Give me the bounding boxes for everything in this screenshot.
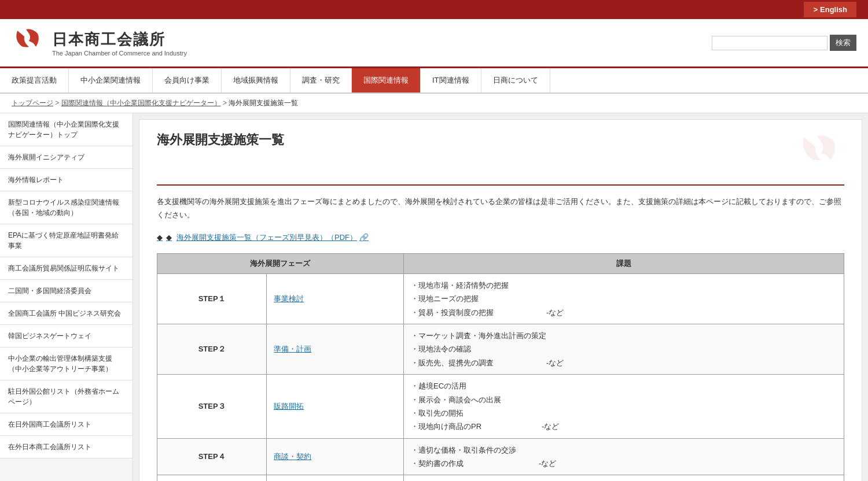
table-row: STEP３販路開拓・越境ECの活用・展示会・商談会への出展・取引先の開拓・現地向… bbox=[157, 375, 844, 439]
title-logo-decoration bbox=[798, 131, 844, 179]
nav-item-research[interactable]: 調査・研究 bbox=[290, 68, 352, 92]
table-header-phase: 海外展開フェーズ bbox=[157, 253, 404, 273]
english-button[interactable]: English bbox=[804, 2, 856, 17]
step-tasks: ・マーケット調査・海外進出計画の策定・現地法令の確認・販売先、提携先の調査 -な… bbox=[403, 324, 844, 374]
step-tasks: ・越境ECの活用・展示会・商談会への出展・取引先の開拓・現地向け商品のPR -な… bbox=[403, 375, 844, 439]
step-link[interactable]: 事業検討 bbox=[267, 273, 404, 324]
page-title-text: 海外展開支援施策一覧 bbox=[157, 131, 284, 149]
nav-item-it[interactable]: IT関連情報 bbox=[421, 68, 481, 92]
table-row: STEP４商談・契約・適切な価格・取引条件の交渉・契約書の作成 -など bbox=[157, 438, 844, 475]
step-link[interactable]: 準備・計画 bbox=[267, 324, 404, 374]
main-layout: 国際関連情報（中小企業国際化支援ナビゲーター）トップ 海外展開イニシアティブ 海… bbox=[0, 113, 868, 481]
step-tasks: ・現地市場・経済情勢の把握・現地ニーズの把握・貿易・投資制度の把握 -など bbox=[403, 273, 844, 324]
step-number: STEP１ bbox=[157, 273, 267, 324]
nav-item-regional[interactable]: 地域振興情報 bbox=[222, 68, 290, 92]
step-number: STEP３ bbox=[157, 375, 267, 439]
table-header-challenges: 課題 bbox=[403, 253, 844, 273]
logo-title: 日本商工会議所 bbox=[52, 29, 187, 50]
step-number: STEP５ bbox=[157, 475, 267, 481]
breadcrumb-current: 海外展開支援施策一覧 bbox=[229, 99, 298, 107]
page-title: 海外展開支援施策一覧 bbox=[157, 131, 844, 186]
step-link[interactable]: 販路開拓 bbox=[267, 375, 404, 439]
intro-paragraph: 各支援機関等の海外展開支援施策を進出フェーズ毎にまとめましたので、海外展開を検討… bbox=[157, 195, 844, 222]
search-button[interactable]: 検索 bbox=[830, 35, 856, 51]
step-tasks: ・貿易実務の習得・EPAの利活用・関税率の確認・知的財産の管理・輸出入可否の確認… bbox=[403, 475, 844, 481]
step-number: STEP４ bbox=[157, 438, 267, 475]
sidebar-item-12[interactable]: 在外日本商工会議所リスト bbox=[0, 436, 133, 458]
sidebar-item-10[interactable]: 駐日外国公館リスト（外務省ホームページ） bbox=[0, 380, 133, 413]
sidebar-item-2[interactable]: 海外情報レポート bbox=[0, 169, 133, 191]
logo-subtitle: The Japan Chamber of Commerce and Indust… bbox=[52, 50, 187, 57]
nav-item-sme[interactable]: 中小企業関連情報 bbox=[69, 68, 153, 92]
table-row: STEP１事業検討・現地市場・経済情勢の把握・現地ニーズの把握・貿易・投資制度の… bbox=[157, 273, 844, 324]
pdf-link[interactable]: ◆海外展開支援施策一覧（フェーズ別早見表）（PDF） 🔗 bbox=[157, 232, 844, 243]
step-tasks: ・適切な価格・取引条件の交渉・契約書の作成 -など bbox=[403, 438, 844, 475]
sidebar-item-1[interactable]: 海外展開イニシアティブ bbox=[0, 146, 133, 169]
content-area: 海外展開支援施策一覧 各支援機関等の海外展開支援施策を進出フェーズ毎にまとめまし… bbox=[139, 119, 862, 481]
breadcrumb-top[interactable]: トップページ bbox=[12, 99, 53, 107]
logo-text-area: 日本商工会議所 The Japan Chamber of Commerce an… bbox=[52, 29, 187, 57]
sidebar-item-4[interactable]: EPAに基づく特定原産地証明書発給事業 bbox=[0, 224, 133, 257]
sidebar-item-6[interactable]: 二国間・多国間経済委員会 bbox=[0, 280, 133, 302]
main-navigation: 政策提言活動 中小企業関連情報 会員向け事業 地域振興情報 調査・研究 国際関連… bbox=[0, 68, 868, 94]
breadcrumb: トップページ > 国際関連情報（中小企業国際化支援ナビゲーター） > 海外展開支… bbox=[0, 94, 868, 113]
sidebar-item-11[interactable]: 在日外国商工会議所リスト bbox=[0, 413, 133, 436]
steps-table: 海外展開フェーズ 課題 STEP１事業検討・現地市場・経済情勢の把握・現地ニーズ… bbox=[157, 253, 844, 481]
sidebar-item-9[interactable]: 中小企業の輸出管理体制構築支援（中小企業等アウトリーチ事業） bbox=[0, 347, 133, 380]
logo-area: 日本商工会議所 The Japan Chamber of Commerce an… bbox=[12, 25, 187, 61]
sidebar-item-0[interactable]: 国際関連情報（中小企業国際化支援ナビゲーター）トップ bbox=[0, 113, 133, 146]
step-link[interactable]: 商談・契約 bbox=[267, 438, 404, 475]
breadcrumb-international[interactable]: 国際関連情報（中小企業国際化支援ナビゲーター） bbox=[61, 99, 221, 107]
sidebar: 国際関連情報（中小企業国際化支援ナビゲーター）トップ 海外展開イニシアティブ 海… bbox=[0, 113, 133, 481]
table-row: STEP２準備・計画・マーケット調査・海外進出計画の策定・現地法令の確認・販売先… bbox=[157, 324, 844, 374]
nav-item-member[interactable]: 会員向け事業 bbox=[153, 68, 222, 92]
sidebar-item-8[interactable]: 韓国ビジネスゲートウェイ bbox=[0, 325, 133, 347]
table-row: STEP５貿易手続・貿易実務の習得・EPAの利活用・関税率の確認・知的財産の管理… bbox=[157, 475, 844, 481]
header: 日本商工会議所 The Japan Chamber of Commerce an… bbox=[0, 19, 868, 68]
sidebar-item-7[interactable]: 全国商工会議所 中国ビジネス研究会 bbox=[0, 302, 133, 325]
nav-item-about[interactable]: 日商について bbox=[481, 68, 550, 92]
sidebar-item-3[interactable]: 新型コロナウイルス感染症関連情報（各国・地域の動向） bbox=[0, 191, 133, 224]
nav-item-international[interactable]: 国際関連情報 bbox=[352, 68, 421, 92]
top-bar: English bbox=[0, 0, 868, 19]
search-input[interactable] bbox=[712, 36, 827, 50]
step-number: STEP２ bbox=[157, 324, 267, 374]
step-link[interactable]: 貿易手続 bbox=[267, 475, 404, 481]
search-area: 検索 bbox=[712, 35, 856, 51]
sidebar-item-5[interactable]: 商工会議所貿易関係証明広報サイト bbox=[0, 257, 133, 280]
logo-mark bbox=[12, 25, 46, 61]
nav-item-policy[interactable]: 政策提言活動 bbox=[0, 68, 69, 92]
